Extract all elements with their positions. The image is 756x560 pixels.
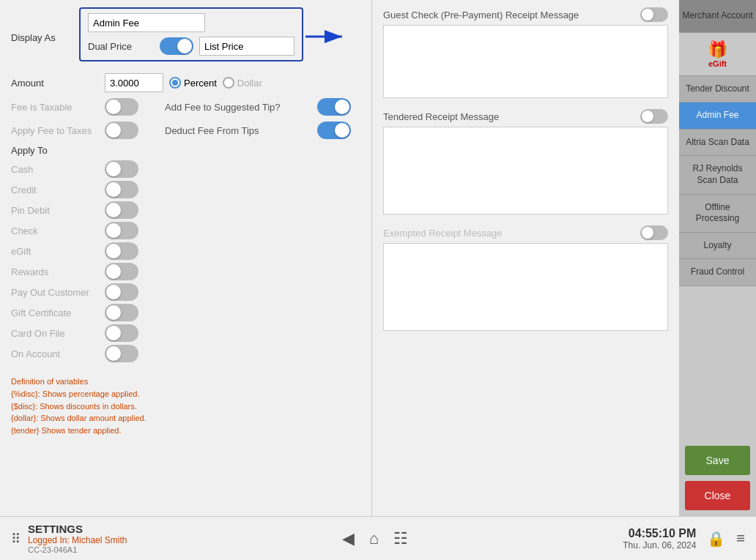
current-date: Thu. Jun. 06, 2024 [623, 540, 696, 550]
sidebar-item-altria-scan[interactable]: Altria Scan Data [679, 130, 756, 157]
guest-check-section: Guest Check (Pre-Payment) Receipt Messag… [383, 7, 668, 100]
variables-section: Definition of variables {%disc}: Shows p… [11, 377, 360, 436]
add-fee-tip-label: Add Fee to Suggested Tip? [165, 102, 311, 113]
guest-check-textarea[interactable] [383, 25, 668, 98]
exempted-receipt-textarea[interactable] [383, 243, 668, 331]
add-fee-tip-toggle[interactable] [317, 98, 351, 116]
apply-to-row: Rewards [11, 263, 360, 280]
apply-to-item-label: Pay Out Customer [11, 287, 99, 298]
lock-icon[interactable]: 🔒 [707, 530, 725, 548]
cc-code: CC-23-046A1 [28, 545, 127, 554]
register-button[interactable]: ☷ [393, 529, 408, 548]
apply-to-item-label: Gift Certificate [11, 307, 99, 318]
amount-label: Amount [11, 78, 99, 89]
tendered-receipt-textarea[interactable] [383, 127, 668, 214]
variable-line: {$disc}: Shows discounts in dollars. [11, 400, 360, 413]
apply-to-row: Pay Out Customer [11, 283, 360, 301]
apply-to-item-label: Rewards [11, 266, 99, 277]
apply-fee-taxes-label: Apply Fee to Taxes [11, 125, 99, 136]
apply-to-item-label: On Account [11, 348, 99, 359]
apply-to-toggle-check[interactable] [105, 222, 138, 239]
apply-to-row: On Account [11, 345, 360, 362]
apply-to-row: eGift [11, 242, 360, 260]
display-as-input[interactable] [88, 13, 205, 32]
bottom-nav: ◀ ⌂ ☷ [138, 529, 612, 548]
apply-to-toggle-pin-debit[interactable] [105, 201, 138, 219]
bottom-left: ⠿ SETTINGS Logged In: Michael Smith CC-2… [11, 523, 127, 554]
apply-to-list: CashCreditPin DebitCheckeGiftRewardsPay … [11, 160, 360, 362]
sidebar-item-loyalty[interactable]: Loyalty [679, 233, 756, 260]
guest-check-label: Guest Check (Pre-Payment) Receipt Messag… [383, 10, 579, 20]
apply-to-row: Cash [11, 160, 360, 178]
deduct-fee-tips-label: Deduct Fee From Tips [165, 125, 311, 136]
egift-label: eGift [682, 59, 753, 68]
tendered-receipt-toggle[interactable] [640, 109, 668, 124]
apply-to-toggle-on-account[interactable] [105, 345, 138, 362]
exempted-receipt-label: Exempted Receipt Message [383, 228, 503, 239]
dual-price-toggle[interactable] [160, 37, 193, 55]
variable-line: {dollar}: Shows dollar amount applied. [11, 412, 360, 425]
apply-to-item-label: Credit [11, 184, 99, 195]
apply-to-item-label: Pin Debit [11, 205, 99, 216]
list-price-input[interactable] [199, 37, 294, 56]
percent-radio[interactable]: Percent [169, 77, 217, 89]
apply-to-toggle-rewards[interactable] [105, 263, 138, 280]
apply-to-row: Check [11, 222, 360, 239]
apply-to-item-label: Cash [11, 164, 99, 175]
user-name: Michael Smith [72, 535, 127, 545]
apply-to-toggle-credit[interactable] [105, 181, 138, 198]
apply-to-item-label: Card On File [11, 328, 99, 339]
close-button[interactable]: Close [685, 481, 750, 510]
egift-icon: 🎁 [682, 40, 753, 59]
exempted-receipt-section: Exempted Receipt Message [383, 225, 668, 333]
logged-in-label: Logged In: Michael Smith [28, 535, 127, 545]
sidebar-item-egift[interactable]: 🎁 eGift [679, 33, 756, 76]
deduct-fee-tips-toggle[interactable] [317, 122, 351, 139]
save-button[interactable]: Save [685, 446, 750, 475]
guest-check-toggle[interactable] [640, 7, 668, 22]
sidebar-item-tender-discount[interactable]: Tender Discount [679, 76, 756, 103]
menu-icon[interactable]: ≡ [736, 530, 745, 547]
apply-to-toggle-pay-out-customer[interactable] [105, 283, 138, 301]
apply-to-item-label: eGift [11, 246, 99, 257]
sidebar-item-rj-reynolds[interactable]: RJ Reynolds Scan Data [679, 156, 756, 194]
tendered-receipt-label: Tendered Receipt Message [383, 111, 499, 122]
apply-to-toggle-cash[interactable] [105, 160, 138, 178]
time-display: 04:55:10 PM Thu. Jun. 06, 2024 [623, 527, 696, 550]
dual-price-label: Dual Price [88, 41, 154, 52]
apply-to-item-label: Check [11, 225, 99, 236]
bottom-bar: ⠿ SETTINGS Logged In: Michael Smith CC-2… [0, 516, 756, 560]
apply-to-toggle-egift[interactable] [105, 242, 138, 260]
sidebar: Merchant Account 🎁 eGift Tender Discount… [679, 0, 756, 516]
blue-arrow-annotation [302, 26, 353, 50]
variable-line: {tender} Shows tender applied. [11, 425, 360, 437]
sidebar-item-admin-fee[interactable]: Admin Fee [679, 102, 756, 130]
back-button[interactable]: ◀ [342, 529, 355, 548]
apply-to-toggle-gift-certificate[interactable] [105, 304, 138, 321]
display-as-label: Display As [11, 32, 73, 43]
fee-taxable-label: Fee is Taxable [11, 102, 99, 113]
home-button[interactable]: ⌂ [369, 529, 379, 548]
apply-to-toggle-card-on-file[interactable] [105, 324, 138, 342]
apply-to-label: Apply To [11, 145, 360, 156]
apply-to-row: Gift Certificate [11, 304, 360, 321]
variable-line: {%disc}: Shows percentage applied. [11, 388, 360, 400]
apply-to-row: Pin Debit [11, 201, 360, 219]
amount-input[interactable] [105, 73, 163, 92]
dollar-radio[interactable]: Dollar [223, 77, 262, 89]
amount-type-radio: Percent Dollar [169, 77, 262, 89]
apply-to-row: Card On File [11, 324, 360, 342]
bottom-right: 04:55:10 PM Thu. Jun. 06, 2024 🔒 ≡ [623, 527, 745, 550]
grid-icon[interactable]: ⠿ [11, 531, 21, 547]
apply-to-row: Credit [11, 181, 360, 198]
tendered-receipt-section: Tendered Receipt Message [383, 109, 668, 217]
apply-fee-taxes-toggle[interactable] [105, 122, 138, 139]
sidebar-item-offline-processing[interactable]: Offline Processing [679, 195, 756, 233]
sidebar-item-merchant[interactable]: Merchant Account [679, 0, 756, 33]
exempted-receipt-toggle[interactable] [640, 225, 668, 240]
current-time: 04:55:10 PM [623, 527, 696, 540]
dual-price-box: Dual Price [79, 7, 303, 61]
fee-taxable-toggle[interactable] [105, 98, 138, 116]
settings-title: SETTINGS [28, 523, 127, 535]
sidebar-item-fraud-control[interactable]: Fraud Control [679, 259, 756, 286]
